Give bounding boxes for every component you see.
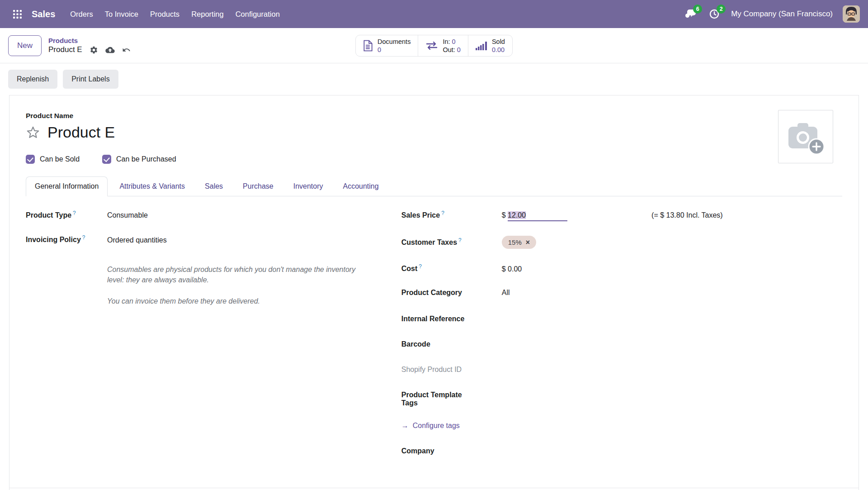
can-be-purchased-checkbox[interactable]: Can be Purchased [102, 155, 176, 164]
product-image-upload[interactable] [778, 110, 833, 163]
help-icon: ? [73, 210, 76, 216]
apps-menu-icon[interactable] [8, 5, 26, 23]
configure-tags-link[interactable]: → Configure tags [401, 422, 502, 430]
messages-button[interactable]: 6 [684, 7, 698, 21]
top-navbar: Sales Orders To Invoice Products Reporti… [0, 0, 868, 28]
internal-reference-input[interactable] [502, 312, 842, 321]
product-template-tags-input[interactable] [502, 388, 842, 397]
tab-attributes-variants[interactable]: Attributes & Variants [119, 177, 185, 196]
customer-taxes-label: Customer Taxes? [401, 237, 502, 247]
new-button[interactable]: New [8, 35, 42, 56]
invoicing-help-text: You can invoice them before they are del… [107, 296, 365, 306]
tax-tag[interactable]: 15% × [502, 236, 536, 249]
main-menu: Orders To Invoice Products Reporting Con… [64, 5, 286, 23]
breadcrumb-current: Product E [48, 45, 82, 54]
help-icon: ? [458, 237, 462, 243]
messages-badge: 6 [693, 5, 702, 14]
company-input[interactable] [502, 444, 842, 453]
app-name[interactable]: Sales [32, 9, 55, 19]
stat-buttons: Documents 0 In: 0 Out: 0 [355, 35, 513, 57]
selected-price-text: 12.00 [508, 211, 526, 219]
out-value: 0 [457, 46, 461, 53]
price-incl-taxes-note: (= $ 13.80 Incl. Taxes) [651, 211, 723, 219]
product-name-label: Product Name [26, 112, 842, 120]
tab-inventory[interactable]: Inventory [293, 177, 323, 196]
menu-configuration[interactable]: Configuration [230, 5, 286, 23]
transfer-arrows-icon [425, 41, 438, 51]
cost-label: Cost? [401, 263, 502, 273]
product-category-input[interactable]: All [502, 289, 842, 298]
product-type-select[interactable]: Consumable [107, 211, 148, 219]
menu-orders[interactable]: Orders [64, 5, 99, 23]
user-avatar[interactable] [843, 5, 860, 23]
left-field-column: Product Type? Consumable Invoicing Polic… [26, 210, 401, 470]
currency-symbol: $ [502, 211, 506, 219]
star-icon [26, 125, 40, 140]
replenish-button[interactable]: Replenish [8, 70, 57, 89]
activities-badge: 2 [717, 5, 726, 14]
product-name-input[interactable]: Product E [47, 124, 115, 141]
out-label: Out: [443, 46, 455, 53]
configure-tags-text: Configure tags [413, 422, 460, 430]
sales-price-input[interactable]: 12.00 [508, 211, 567, 221]
invoicing-policy-label: Invoicing Policy? [26, 234, 107, 244]
tab-general-information[interactable]: General Information [26, 176, 108, 196]
avatar-image [843, 5, 860, 23]
favorite-star-button[interactable] [26, 125, 40, 140]
documents-value: 0 [377, 46, 410, 54]
document-icon [363, 40, 373, 52]
camera-plus-icon [782, 115, 829, 158]
menu-products[interactable]: Products [144, 5, 185, 23]
activities-button[interactable]: 2 [708, 7, 721, 21]
stat-moves-button[interactable]: In: 0 Out: 0 [418, 35, 468, 56]
checkbox-checked-icon [102, 155, 111, 164]
menu-reporting[interactable]: Reporting [185, 5, 230, 23]
control-panel: New Products Product E [0, 28, 868, 63]
product-category-label: Product Category [401, 289, 502, 297]
breadcrumb-products-link[interactable]: Products [48, 37, 131, 44]
can-be-sold-label: Can be Sold [40, 155, 80, 163]
documents-label: Documents [377, 38, 410, 46]
product-type-label: Product Type? [26, 210, 107, 219]
company-switcher[interactable]: My Company (San Francisco) [731, 10, 833, 19]
discard-undo-button[interactable] [122, 46, 131, 54]
tax-tag-remove-icon[interactable]: × [526, 239, 530, 246]
product-form-sheet: Product Name Product E Can be Sold Can b… [9, 95, 859, 490]
help-icon: ? [441, 210, 444, 216]
help-icon: ? [82, 234, 85, 241]
tab-accounting[interactable]: Accounting [343, 177, 379, 196]
in-value: 0 [452, 38, 456, 45]
internal-reference-label: Internal Reference [401, 315, 502, 323]
sold-label: Sold [492, 38, 505, 46]
grid-icon [13, 10, 22, 19]
help-icon: ? [419, 263, 422, 270]
sales-price-label: Sales Price? [401, 210, 502, 219]
stat-documents-button[interactable]: Documents 0 [356, 35, 418, 56]
stat-sold-button[interactable]: Sold 0.00 [468, 35, 512, 56]
arrow-right-icon: → [401, 422, 409, 430]
invoicing-policy-select[interactable]: Ordered quantities [107, 236, 167, 244]
bar-chart-icon [476, 41, 487, 51]
action-buttons-row: Replenish Print Labels [0, 63, 868, 95]
tax-tag-label: 15% [508, 238, 522, 246]
customer-taxes-field[interactable]: 15% × [502, 236, 842, 249]
barcode-input[interactable] [502, 338, 842, 347]
company-label: Company [401, 447, 502, 455]
actions-gear-button[interactable] [90, 46, 98, 54]
print-labels-button[interactable]: Print Labels [63, 70, 118, 89]
in-label: In: [443, 38, 450, 45]
checkbox-checked-icon [26, 155, 35, 164]
menu-to-invoice[interactable]: To Invoice [99, 5, 144, 23]
barcode-label: Barcode [401, 340, 502, 348]
product-template-tags-label: Product Template Tags [401, 391, 469, 407]
cloud-upload-icon [105, 46, 115, 54]
tab-sales[interactable]: Sales [205, 177, 223, 196]
tab-purchase[interactable]: Purchase [243, 177, 274, 196]
can-be-purchased-label: Can be Purchased [116, 155, 176, 163]
consumable-help-text: Consumables are physical products for wh… [107, 264, 365, 285]
save-cloud-button[interactable] [105, 46, 115, 54]
cost-input[interactable]: $ 0.00 [502, 265, 842, 274]
shopify-product-id-input[interactable] [502, 363, 842, 372]
can-be-sold-checkbox[interactable]: Can be Sold [26, 155, 80, 164]
shopify-product-id-label: Shopify Product ID [401, 366, 502, 374]
